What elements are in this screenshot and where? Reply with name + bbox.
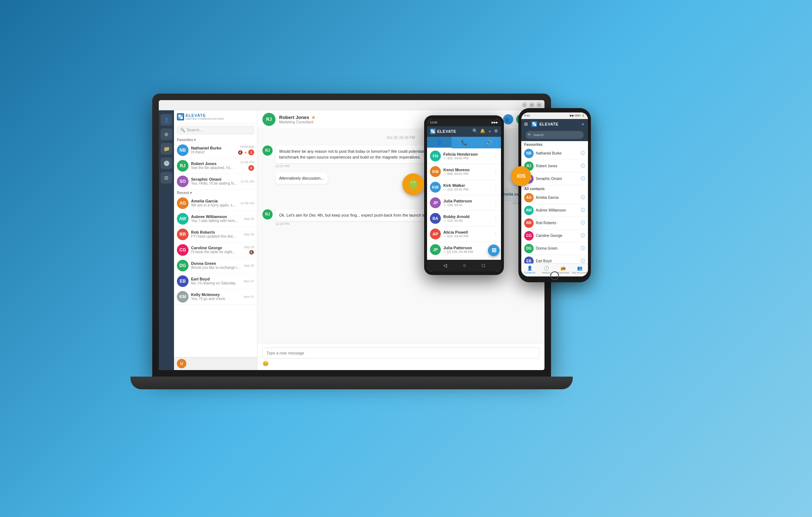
android-contact-info: Kenzi Moreno ☆ 845, 03:41 PM — [443, 168, 491, 176]
android-contact-more[interactable]: ⋮ — [494, 231, 498, 237]
bubble-content: Would there be any reason not to post th… — [276, 145, 443, 163]
contact-item[interactable]: DG Donna Green Would you like to exchang… — [174, 258, 257, 274]
contact-item[interactable]: RR Rob Roberts FYI have updated this doc… — [174, 227, 257, 242]
search-bar[interactable]: 🔍 Search... — [177, 126, 254, 134]
ios-info-btn[interactable]: ⓘ — [581, 245, 585, 251]
ios-contact-item[interactable]: RR Rob Roberts ⓘ — [521, 217, 588, 230]
contact-info: Kelly Mckinney You: I'll go and check. — [191, 292, 241, 301]
android-contact-item[interactable]: JP Julia Patterson ☆ 126, 03:41 ⋮ — [427, 195, 501, 211]
android-contact-item[interactable]: KM Kenzi Moreno ☆ 845, 03:41 PM ⋮ — [427, 164, 501, 180]
android-avatar: KM — [430, 166, 441, 177]
ios-add-icon[interactable]: ＋ — [581, 121, 585, 127]
android-contact-info: Alicia Powell ☆ 624, 03:40 PM — [443, 230, 491, 238]
ios-info-btn[interactable]: ⓘ — [581, 194, 585, 201]
contact-item[interactable]: AG Amelia Garcia We are in a hurry again… — [174, 196, 257, 211]
android-tab-contacts[interactable]: 👤 — [427, 137, 452, 148]
ios-info-btn[interactable]: ⓘ — [581, 150, 585, 156]
svg-rect-17 — [414, 187, 415, 189]
ios-search-container: 🔍 Search — [521, 130, 588, 141]
avatar: RR — [177, 229, 188, 240]
svg-rect-3 — [181, 117, 183, 119]
sidebar-icon-files[interactable]: 📁 — [161, 143, 172, 155]
ios-search-bar[interactable]: 🔍 Search — [526, 131, 584, 139]
sidebar-icon-history[interactable]: 🕐 — [161, 157, 172, 169]
ios-info-btn[interactable]: ⓘ — [581, 176, 585, 182]
android-home-btn[interactable]: ○ — [463, 263, 466, 268]
android-contact-sub: ☆ 113, 03:40 — [443, 219, 491, 222]
contact-item[interactable]: NB Nathaniel Burke Hi there! Yesterday — [174, 143, 257, 158]
unread-badge: 1 — [248, 149, 254, 155]
android-contact-item[interactable]: KW Kirk Walker ☆ 110, 03:41 PM ⋮ — [427, 180, 501, 195]
contact-name: Aubree Williamson — [191, 214, 241, 219]
ios-contact-item[interactable]: SO Seraphic Omani ⓘ — [521, 173, 588, 185]
android-search-icon[interactable]: 🔍 — [472, 128, 478, 135]
android-add-icon[interactable]: ＋ — [488, 128, 492, 135]
contact-preview: I'll book the table for eight... — [191, 250, 241, 254]
android-fab[interactable]: ⊞ — [488, 245, 500, 256]
ios-contact-item[interactable]: AG Amelia Garcia ⓘ — [521, 192, 588, 204]
android-tab-voicemail[interactable]: 🔊 — [476, 137, 501, 148]
android-contact-more[interactable]: ⋮ — [494, 185, 498, 190]
maximize-button[interactable]: □ — [529, 102, 534, 107]
android-notify-icon[interactable]: 🔔 — [480, 128, 485, 135]
ios-tab-contacts[interactable]: 👤 Contacts — [521, 264, 538, 276]
contact-info: Robert Jones See the file attached, I'd.… — [191, 161, 237, 170]
group-chat-button[interactable]: 👥 — [503, 114, 513, 124]
search-icon: 🔍 — [180, 128, 185, 132]
chat-input[interactable] — [262, 348, 539, 358]
contact-item[interactable]: KM Kelly Mckinney You: I'll go and check… — [174, 289, 257, 305]
svg-rect-4 — [431, 130, 433, 131]
android-contact-name: Kirk Walker — [443, 183, 491, 188]
ios-home-button[interactable] — [550, 271, 559, 280]
svg-rect-14 — [409, 183, 410, 186]
ios-contact-item[interactable]: EB Earl Boyd ⓘ — [521, 255, 588, 263]
ios-signal: ▶▶ WiFi 🔋 — [570, 114, 585, 117]
mute-icon: 🔇 — [249, 250, 254, 255]
sidebar-icon-contacts[interactable]: 👤 — [161, 114, 172, 126]
ios-info-btn[interactable]: ⓘ — [581, 163, 585, 169]
contact-item[interactable]: SO Seraphic Omani You: Hello, I'll be wa… — [174, 174, 257, 189]
android-recents-btn[interactable]: □ — [482, 263, 485, 268]
ios-avatar: NB — [524, 149, 534, 158]
avatar: DG — [177, 260, 188, 271]
ios-info-btn[interactable]: ⓘ — [581, 220, 585, 226]
contact-meta: Nov 07 — [244, 279, 254, 283]
contact-preview: You: Hello, I'll be waiting for... — [191, 181, 238, 185]
android-back-btn[interactable]: ◁ — [443, 263, 447, 268]
contact-meta: 10:48 AM — [240, 201, 254, 205]
contact-time: Sep 29 — [244, 233, 254, 236]
bubble-time: 12:37 PM — [276, 164, 443, 168]
ios-contact-item[interactable]: AW Aubree Williamson ⓘ — [521, 204, 588, 217]
android-contact-item[interactable]: AP Alicia Powell ☆ 624, 03:40 PM ⋮ — [427, 226, 501, 242]
android-contact-more[interactable]: ⋮ — [494, 200, 498, 205]
close-button[interactable]: × — [536, 102, 542, 107]
contact-preview: See the file attached, I'd... — [191, 166, 237, 170]
ios-info-btn[interactable]: ⓘ — [581, 233, 585, 239]
minimize-button[interactable]: − — [522, 102, 527, 107]
ios-tab-account[interactable]: 👥 My Account — [571, 264, 588, 276]
android-contact-more[interactable]: ⋮ — [494, 169, 498, 174]
message-avatar: RJ — [262, 145, 273, 156]
ios-info-btn[interactable]: ⓘ — [581, 207, 585, 213]
ios-contact-item[interactable]: DG Donna Green ⓘ — [521, 242, 588, 255]
android-contact-more[interactable]: ⋮ — [494, 153, 498, 159]
sidebar-icon-grid[interactable]: ⊞ — [161, 172, 172, 184]
contact-item[interactable]: AW Aubree Williamson You: I was talking … — [174, 211, 257, 227]
ios-avatar: EB — [524, 257, 534, 263]
android-tab-calls[interactable]: 📞 — [452, 137, 476, 148]
android-contact-item[interactable]: BA Bobby Arnold ☆ 113, 03:40 ⋮ — [427, 211, 501, 226]
ios-contact-item[interactable]: CG Caroline George ⓘ — [521, 230, 588, 242]
ios-info-btn[interactable]: ⓘ — [581, 258, 585, 263]
sidebar-icon-meetings[interactable]: ⊕ — [161, 128, 172, 140]
android-settings-icon[interactable]: ⚙ — [494, 128, 498, 135]
user-avatar[interactable]: U — [177, 359, 186, 368]
android-contact-item[interactable]: FH Felicia Henderson ☆ 324, 03:41 PM ⋮ — [427, 148, 501, 164]
android-contact-more[interactable]: ⋮ — [494, 216, 498, 221]
contact-item[interactable]: RJ Robert Jones See the file attached, I… — [174, 158, 257, 174]
contact-item[interactable]: EB Earl Boyd No, I'm leaving on Saturday… — [174, 274, 257, 289]
ios-history-icon: 🕐 — [544, 266, 549, 271]
contact-item[interactable]: CG Caroline George I'll book the table f… — [174, 242, 257, 258]
emoji-button[interactable]: 😊 — [262, 361, 539, 366]
ios-contact-item[interactable]: RJ Robert Jones ⓘ — [521, 160, 588, 173]
ios-contact-item[interactable]: NB Nathaniel Burke ⓘ — [521, 147, 588, 160]
